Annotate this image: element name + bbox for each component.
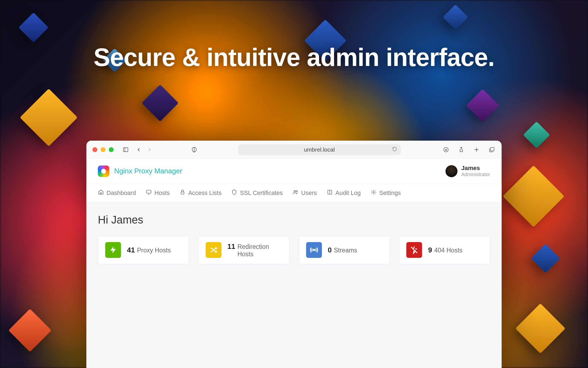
card-proxy-hosts[interactable]: 41 Proxy Hosts [98, 236, 189, 264]
svg-point-16 [373, 191, 374, 193]
card-label: Proxy Hosts [137, 247, 171, 254]
card-redirection-hosts[interactable]: 11 Redirection Hosts [198, 236, 289, 264]
nav-label: Audit Log [335, 189, 361, 197]
svg-rect-0 [123, 147, 128, 152]
minimize-window-button[interactable] [101, 147, 106, 152]
shield-icon[interactable] [191, 146, 198, 153]
user-role: Administrator [461, 172, 490, 177]
brand[interactable]: Nginx Proxy Manager [98, 165, 182, 177]
card-label: Redirection Hosts [237, 243, 282, 258]
svg-point-17 [313, 249, 315, 251]
user-name: James [461, 165, 490, 172]
sidebar-toggle-button[interactable] [122, 146, 130, 153]
brand-logo-icon [98, 165, 109, 177]
svg-point-14 [296, 191, 298, 192]
share-icon[interactable] [458, 146, 465, 153]
svg-rect-8 [491, 147, 494, 151]
back-button[interactable] [135, 146, 143, 153]
downloads-icon[interactable] [442, 146, 450, 153]
new-tab-icon[interactable] [473, 146, 480, 153]
nav-label: Hosts [154, 189, 170, 197]
stats-cards-row: 41 Proxy Hosts 11 Redirection Hosts [98, 236, 490, 264]
nav-ssl-certificates[interactable]: SSL Certificates [231, 189, 283, 197]
content-area: Hi James 41 Proxy Hosts 1 [87, 202, 502, 368]
window-controls [93, 147, 114, 152]
nav-access-lists[interactable]: Access Lists [179, 189, 221, 197]
forward-button[interactable] [146, 146, 154, 153]
monitor-icon [146, 189, 152, 197]
lock-icon [179, 189, 185, 197]
radio-icon [306, 242, 322, 258]
brand-name: Nginx Proxy Manager [114, 167, 182, 175]
reload-icon[interactable] [392, 146, 397, 153]
tabs-icon[interactable] [488, 146, 496, 153]
close-window-button[interactable] [93, 147, 97, 152]
card-404-hosts[interactable]: 9 404 Hosts [399, 236, 490, 264]
nav-settings[interactable]: Settings [370, 189, 401, 197]
card-count: 0 [328, 246, 332, 254]
nav-audit-log[interactable]: Audit Log [327, 189, 361, 197]
card-count: 9 [428, 246, 432, 254]
home-icon [98, 189, 104, 197]
shuffle-icon [206, 242, 221, 258]
gear-icon [370, 189, 376, 197]
greeting-heading: Hi James [98, 214, 490, 226]
nav-users[interactable]: Users [293, 189, 317, 197]
app-root: Nginx Proxy Manager James Administrator … [87, 159, 502, 368]
card-count: 41 [127, 246, 135, 254]
url-text: umbrel.local [304, 146, 335, 153]
nav-dashboard[interactable]: Dashboard [98, 189, 136, 197]
svg-point-13 [294, 190, 296, 192]
card-label: 404 Hosts [434, 247, 463, 254]
hero-headline: Secure & intuitive admin interface. [93, 43, 494, 72]
book-icon [327, 189, 333, 197]
svg-rect-12 [181, 192, 184, 194]
card-label: Streams [334, 247, 357, 254]
nav-label: Settings [379, 189, 401, 197]
app-nav: Dashboard Hosts Access Lists SSL Certifi… [87, 184, 502, 202]
card-streams[interactable]: 0 Streams [299, 236, 390, 264]
nav-label: Dashboard [107, 189, 136, 197]
url-bar[interactable]: umbrel.local [238, 144, 401, 155]
svg-rect-10 [146, 190, 151, 193]
nav-label: Users [301, 189, 317, 197]
nav-label: Access Lists [188, 189, 221, 197]
users-icon [293, 189, 299, 197]
svg-rect-9 [100, 192, 102, 194]
zap-off-icon [406, 242, 422, 258]
app-header: Nginx Proxy Manager James Administrator [87, 159, 502, 184]
nav-label: SSL Certificates [240, 189, 283, 197]
maximize-window-button[interactable] [109, 147, 114, 152]
browser-window: umbrel.local Nginx Proxy Manager [87, 141, 502, 368]
avatar [445, 165, 457, 177]
shield-outline-icon [231, 189, 237, 197]
nav-hosts[interactable]: Hosts [146, 189, 170, 197]
user-menu[interactable]: James Administrator [445, 165, 490, 177]
zap-icon [105, 242, 121, 258]
card-count: 11 [227, 242, 235, 251]
browser-chrome: umbrel.local [87, 141, 502, 159]
